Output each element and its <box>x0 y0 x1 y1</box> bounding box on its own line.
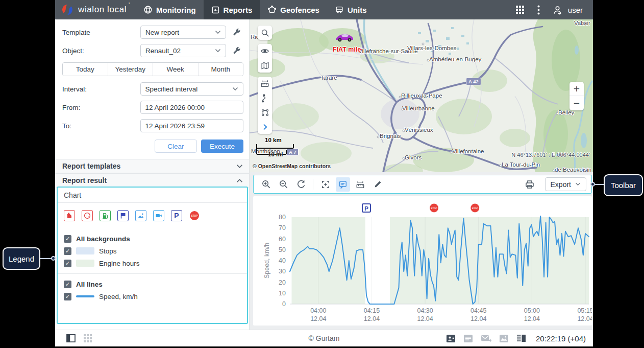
mail-button[interactable] <box>481 334 491 343</box>
speed-line-swatch <box>76 295 94 297</box>
section-report-result[interactable]: Report result <box>55 173 249 188</box>
zoom-in-button[interactable]: + <box>569 82 584 96</box>
collapse-panel-button[interactable] <box>66 334 76 342</box>
reports-icon <box>211 6 220 14</box>
checkbox-all-lines[interactable]: ✓ <box>64 281 71 288</box>
checkbox-engine-hours[interactable]: ✓ <box>64 260 71 267</box>
draw-button[interactable] <box>370 177 385 192</box>
svg-text:60: 60 <box>279 236 286 243</box>
clock: 20:22:19 (+04) <box>536 334 586 343</box>
map-label: La Tour-du-Pin <box>502 161 540 168</box>
scale-mi-label: 10 mi <box>268 151 283 157</box>
media-icon <box>499 334 509 343</box>
tab-today[interactable]: Today <box>63 63 108 76</box>
interval-select[interactable]: Specified interval <box>140 82 243 96</box>
fuel-station-icon[interactable] <box>100 210 111 221</box>
split-view-button[interactable] <box>516 334 526 342</box>
apps-grid-icon[interactable] <box>515 5 525 15</box>
video-icon[interactable] <box>153 210 164 221</box>
to-input[interactable]: 12 April 2026 23:59 <box>140 119 243 132</box>
car-icon <box>334 32 355 43</box>
user-menu[interactable]: user <box>552 5 583 15</box>
unit-marker[interactable] <box>334 32 355 45</box>
export-button[interactable]: Export <box>545 177 586 191</box>
tab-yesterday[interactable]: Yesterday <box>108 63 154 76</box>
print-button[interactable] <box>523 177 537 192</box>
map-tracks-button[interactable] <box>258 91 272 105</box>
map-measure-button[interactable] <box>258 77 272 91</box>
measure-button[interactable] <box>353 177 367 192</box>
map-source-button[interactable] <box>258 58 272 73</box>
brand[interactable]: wialon local <box>55 0 136 19</box>
checkbox-all-backgrounds[interactable]: ✓ <box>64 235 71 243</box>
legend-group-lines: ✓ All lines <box>58 278 247 290</box>
reset-zoom-icon <box>296 179 306 189</box>
chevron-up-icon <box>236 178 243 183</box>
zoom-in-button[interactable] <box>259 177 273 192</box>
expand-chevron-icon <box>262 124 268 130</box>
section-report-templates[interactable]: Report templates <box>55 159 249 173</box>
kebab-menu-icon[interactable] <box>537 5 540 15</box>
stop-icon[interactable]: STOP <box>189 210 200 221</box>
messages-button[interactable] <box>336 177 350 192</box>
map-view[interactable]: ValserRicVillefranche-sur-SaôneVillars-l… <box>250 19 593 172</box>
from-input[interactable]: 12 April 2026 00:00 <box>140 101 243 114</box>
unit-name-label[interactable]: FIAT mile <box>333 46 361 53</box>
chevron-down-icon <box>215 49 221 53</box>
svg-text:40: 40 <box>279 257 286 264</box>
legend-callout: Legend <box>3 247 40 270</box>
engine-hours-swatch <box>76 260 94 267</box>
object-select[interactable]: Renault_02 <box>140 44 226 57</box>
checkbox-stops[interactable]: ✓ <box>64 247 71 255</box>
chart-canvas: 0102030405060708004:0012.0404:1512.0404:… <box>253 196 592 326</box>
execute-button[interactable]: Execute <box>201 140 243 153</box>
template-select[interactable]: New report <box>140 26 226 39</box>
parking-icon[interactable]: P <box>171 210 182 221</box>
nav-item-geofences[interactable]: Geofences <box>260 0 327 19</box>
wrench-icon <box>232 28 241 37</box>
contacts-button[interactable] <box>446 334 456 343</box>
user-name: user <box>568 6 583 14</box>
flag-icon[interactable] <box>117 210 129 221</box>
zoom-out-button[interactable] <box>276 177 290 192</box>
report-panel: Template New report Object: Renault_02 <box>55 19 250 330</box>
group-label: All backgrounds <box>76 235 130 243</box>
svg-text:STOP: STOP <box>472 207 478 210</box>
reset-zoom-button[interactable] <box>293 177 308 192</box>
map-search-button[interactable] <box>258 26 272 40</box>
map-label: Vénissieux <box>405 127 433 133</box>
fit-screen-button[interactable] <box>318 177 333 192</box>
zoom-out-button[interactable]: − <box>569 96 584 110</box>
template-settings-button[interactable] <box>232 28 241 37</box>
clear-button[interactable]: Clear <box>155 140 197 153</box>
svg-text:Speed, km/h: Speed, km/h <box>263 243 270 279</box>
tab-month[interactable]: Month <box>199 63 243 76</box>
chevron-down-icon <box>215 30 221 34</box>
gauge-icon[interactable] <box>82 210 93 221</box>
svg-text:30: 30 <box>279 268 286 275</box>
nav-item-monitoring[interactable]: Monitoring <box>136 0 203 19</box>
media-button[interactable] <box>499 334 509 343</box>
svg-text:04:1512.04: 04:1512.04 <box>364 307 380 322</box>
export-label: Export <box>551 180 571 189</box>
tab-week[interactable]: Week <box>153 63 199 76</box>
nav-item-reports[interactable]: Reports <box>204 0 260 19</box>
map-route-button[interactable] <box>258 105 272 120</box>
top-navbar: wialon local Monitoring Reports Geofence… <box>55 0 593 19</box>
speed-chart[interactable]: 0102030405060708004:0012.0404:1512.0404:… <box>253 196 592 326</box>
nav-item-units[interactable]: Units <box>327 0 375 19</box>
photo-icon[interactable] <box>135 210 146 221</box>
template-label: Template <box>62 29 140 36</box>
fuel-can-icon[interactable] <box>64 210 75 221</box>
brand-wordmark: wialon local <box>78 5 127 15</box>
map-label: Ambérieu-en-Bugey <box>429 56 481 62</box>
svg-text:10: 10 <box>279 290 286 297</box>
template-value: New report <box>145 29 179 36</box>
map-tools-expand-button[interactable] <box>258 120 272 134</box>
map-label: Valser <box>574 20 590 26</box>
bottom-apps-button[interactable] <box>83 334 92 343</box>
object-settings-button[interactable] <box>232 47 241 55</box>
map-visibility-button[interactable] <box>258 44 272 58</box>
log-button[interactable] <box>463 334 473 343</box>
checkbox-speed[interactable]: ✓ <box>64 293 71 300</box>
